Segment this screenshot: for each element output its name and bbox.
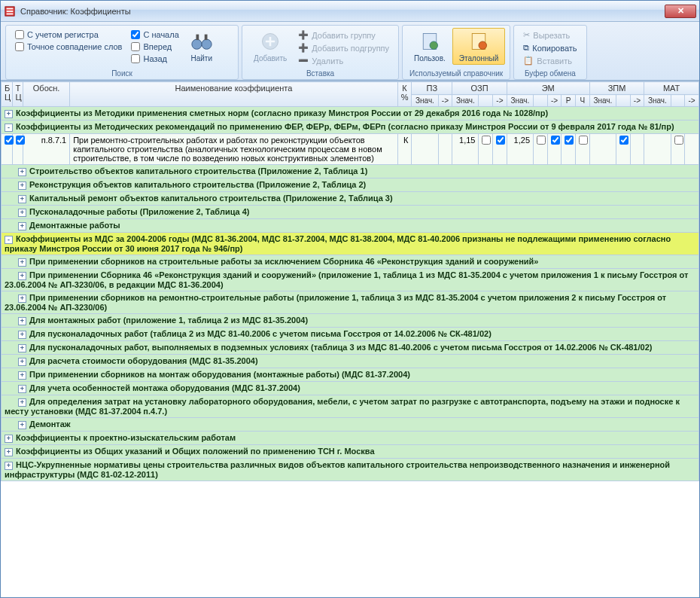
group-label: Для учета особенностей монтажа оборудова… [29,383,300,392]
opt-nazad[interactable]: Назад [129,53,180,64]
group-label: Капитальный ремонт объектов капитального… [29,194,393,203]
col-zpm[interactable]: ЗПМ [589,82,644,95]
group-row[interactable]: +Демонтаж [2,418,699,432]
expander-icon[interactable]: + [18,331,26,339]
group-row[interactable]: +При применении сборников на ремонтно-ст… [2,291,699,314]
group-row[interactable]: -Коэффициенты из МДС за 2004-2006 годы (… [2,233,699,255]
add-subgroup-button[interactable]: ➕Добавить подгруппу [297,42,391,53]
close-button[interactable]: ✕ [665,5,696,18]
expander-icon[interactable]: + [18,398,26,407]
group-row[interactable]: +Для монтажных работ (приложение 1, табл… [2,314,699,328]
svg-rect-3 [7,13,14,14]
table-row[interactable]: п.8.7.1При ремонтно-строительных работах… [2,134,699,165]
paste-icon: 📋 [523,56,534,66]
group-row[interactable]: +Реконструкция объектов капитального стр… [2,178,699,192]
col-em[interactable]: ЭМ [507,82,589,95]
ribbon-group-search: С учетом регистра Точное совпадение слов… [5,25,239,80]
group-label: Реконструкция объектов капитального стро… [29,180,366,189]
add-group-button[interactable]: ➕Добавить группу [297,29,391,41]
expander-icon[interactable]: + [18,358,26,366]
group-row[interactable]: +Коэффициенты из Методики применения сме… [2,107,699,121]
col-tc[interactable]: ТЦ [12,82,23,107]
expander-icon[interactable]: + [18,272,26,280]
expander-icon[interactable]: + [18,421,26,429]
find-button[interactable]: Найти [184,28,220,65]
group-row[interactable]: +Строительство объектов капитального стр… [2,165,699,178]
group-label: Пусконаладочные работы (Приложение 2, Та… [29,207,250,216]
group-label: Для монтажных работ (приложение 1, табли… [29,316,308,325]
plus-small-icon: ➕ [298,30,309,40]
book-user-icon [418,30,441,53]
expander-icon[interactable]: + [18,195,26,203]
expander-icon[interactable]: + [18,294,26,303]
expander-icon[interactable]: + [5,110,13,118]
group-row[interactable]: +Пусконаладочные работы (Приложение 2, Т… [2,206,699,219]
plus-icon [259,30,282,53]
expander-icon[interactable]: + [18,222,26,230]
cut-button[interactable]: ✂Вырезать [522,29,578,41]
group-label: Коэффициенты из Методики применения смет… [16,108,548,117]
group-row[interactable]: -Коэффициенты из Методических рекомендац… [2,121,699,134]
col-obosn[interactable]: Обосн. [23,82,70,107]
col-pz[interactable]: ПЗ [412,82,452,95]
col-ozp[interactable]: ОЗП [452,82,507,95]
delete-button[interactable]: ➖Удалить [297,55,391,66]
expander-icon[interactable]: - [5,236,13,244]
group-row[interactable]: +Коэффициенты из Общих указаний и Общих … [2,445,699,459]
group-row[interactable]: +Капитальный ремонт объектов капитальног… [2,192,699,206]
ribbon-group-buffer: ✂Вырезать ⧉Копировать 📋Вставить Буфер об… [513,25,586,80]
svg-rect-2 [7,11,14,12]
group-label: При применении Сборника 46 «Реконструкци… [5,270,688,289]
expander-icon[interactable]: + [18,182,26,190]
group-row[interactable]: +Для учета особенностей монтажа оборудов… [2,382,699,395]
group-row[interactable]: +НЦС-Укрупненные нормативы цены строител… [2,459,699,481]
binoculars-icon [190,30,213,53]
group-label: Для пусконаладочных работ, выполняемых в… [29,343,652,352]
expander-icon[interactable]: + [18,344,26,352]
expander-icon[interactable]: + [18,168,26,176]
expander-icon[interactable]: + [18,209,26,217]
group-row[interactable]: +При применении Сборника 46 «Реконструкц… [2,269,699,291]
group-row[interactable]: +Демонтажные работы [2,219,699,233]
col-naim[interactable]: Наименование коэффициента [70,82,397,107]
app-window: Справочник: Коэффициенты ✕ С учетом реги… [0,0,700,598]
group-row[interactable]: +Коэффициенты к проектно-изыскательским … [2,432,699,445]
col-bc[interactable]: БЦ [2,82,13,107]
group-row[interactable]: +При применении сборников на строительны… [2,255,699,269]
col-kpct[interactable]: К % [397,82,412,107]
ribbon-group-insert: Добавить ➕Добавить группу ➕Добавить подг… [242,25,399,80]
user-ref-button[interactable]: Пользов. [407,28,452,65]
expander-icon[interactable]: + [18,371,26,380]
expander-icon[interactable]: + [18,258,26,267]
expander-icon[interactable]: + [5,448,13,456]
svg-rect-1 [7,8,14,9]
svg-point-10 [430,41,438,50]
etalon-ref-button[interactable]: Эталонный [452,28,506,65]
tc-checkbox[interactable] [16,136,25,145]
svg-point-5 [202,39,212,49]
opt-tochnoe[interactable]: Точное совпадение слов [14,41,123,52]
paste-button[interactable]: 📋Вставить [522,55,578,66]
window-title: Справочник: Коэффициенты [20,7,665,16]
opt-s-nachala[interactable]: С начала [129,29,180,40]
group-row[interactable]: +Для расчета стоимости оборудования (МДС… [2,355,699,368]
expander-icon[interactable]: + [5,462,13,470]
add-button[interactable]: Добавить [247,28,294,65]
expander-icon[interactable]: + [18,317,26,325]
grid-area[interactable]: БЦ ТЦ Обосн. Наименование коэффициента К… [1,81,699,597]
group-row[interactable]: +Для пусконаладочных работ (таблица 2 из… [2,328,699,341]
bc-checkbox[interactable] [5,136,14,145]
group-label: Коэффициенты из Методических рекомендаци… [16,122,674,131]
col-mat[interactable]: МАТ [644,82,699,95]
group-label: Для определения затрат на установку лабо… [5,397,680,416]
group-row[interactable]: +Для определения затрат на установку лаб… [2,395,699,418]
group-row[interactable]: +Для пусконаладочных работ, выполняемых … [2,341,699,355]
opt-vpered[interactable]: Вперед [129,41,180,52]
copy-button[interactable]: ⧉Копировать [522,42,578,53]
expander-icon[interactable]: - [5,124,13,132]
opt-s-uchetom[interactable]: С учетом регистра [14,29,123,40]
group-row[interactable]: +При применении сборников на монтаж обор… [2,368,699,382]
expander-icon[interactable]: + [18,385,26,393]
group-label: При применении сборников на ремонтно-стр… [5,293,666,312]
expander-icon[interactable]: + [5,435,13,443]
